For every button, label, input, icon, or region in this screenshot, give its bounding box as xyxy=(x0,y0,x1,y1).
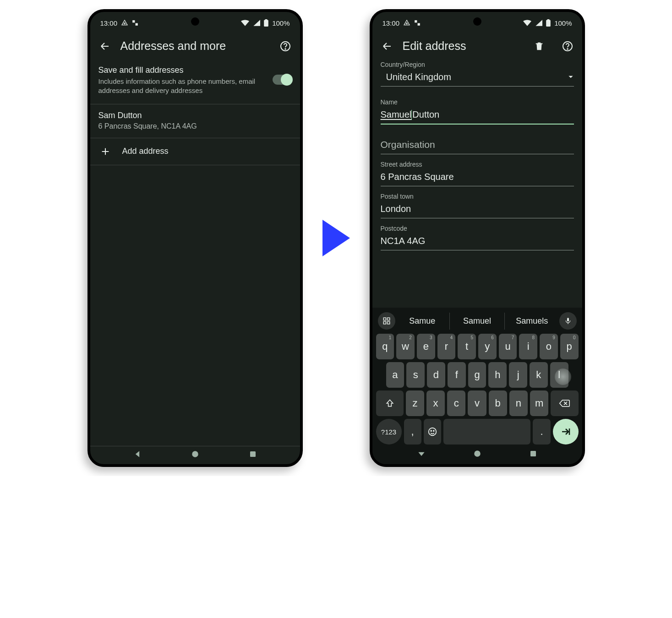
help-button[interactable] xyxy=(561,40,574,53)
key-numbers[interactable]: ?123 xyxy=(376,419,402,445)
country-label: Country/Region xyxy=(381,61,574,68)
key-l[interactable]: l xyxy=(550,362,568,388)
key-emoji[interactable] xyxy=(424,419,441,445)
chevron-down-icon xyxy=(568,72,574,82)
key-k[interactable]: k xyxy=(530,362,548,388)
key-space[interactable] xyxy=(443,419,531,445)
name-field[interactable]: Name Samuel Dutton xyxy=(381,98,574,125)
signal-icon xyxy=(535,20,542,26)
address-entry[interactable]: Sam Dutton 6 Pancras Square, NC1A 4AG xyxy=(90,104,300,138)
phone-left: 13:00 100% Addresses and more Save and f… xyxy=(87,9,303,467)
svg-rect-1 xyxy=(132,20,135,22)
clipboard-button[interactable] xyxy=(378,312,395,330)
key-x[interactable]: x xyxy=(426,390,445,416)
key-o[interactable]: o9 xyxy=(540,334,558,359)
shape-icon xyxy=(403,19,410,27)
key-h[interactable]: h xyxy=(488,362,507,388)
svg-rect-25 xyxy=(530,451,536,456)
svg-rect-19 xyxy=(387,322,389,324)
key-j[interactable]: j xyxy=(509,362,527,388)
svg-rect-3 xyxy=(264,20,268,27)
postcode-field[interactable]: Postcode NC1A 4AG xyxy=(381,225,574,250)
key-backspace[interactable] xyxy=(551,390,578,416)
key-enter[interactable] xyxy=(553,419,579,445)
key-e[interactable]: e3 xyxy=(417,334,435,359)
add-address-row[interactable]: Add address xyxy=(90,138,300,165)
svg-rect-2 xyxy=(136,23,138,26)
town-label: Postal town xyxy=(381,193,574,200)
voice-button[interactable] xyxy=(559,312,577,330)
key-a[interactable]: a xyxy=(386,362,404,388)
key-m[interactable]: m xyxy=(530,390,548,416)
nav-keyboard-hide[interactable] xyxy=(417,449,426,458)
mic-icon xyxy=(564,317,572,325)
suggestion-2[interactable]: Samuel xyxy=(449,313,504,330)
key-c[interactable]: c xyxy=(447,390,465,416)
organisation-field[interactable]: Organisation xyxy=(381,136,574,154)
text-cursor xyxy=(411,110,412,120)
key-s[interactable]: s xyxy=(406,362,425,388)
country-value: United Kingdom xyxy=(386,72,451,82)
country-field[interactable]: Country/Region United Kingdom xyxy=(381,61,574,87)
postcode-label: Postcode xyxy=(381,225,574,232)
svg-rect-10 xyxy=(415,20,417,22)
suggestion-row: Samue Samuel Samuels xyxy=(375,311,579,332)
key-u[interactable]: u7 xyxy=(499,334,517,359)
key-p[interactable]: p0 xyxy=(560,334,579,359)
plus-icon xyxy=(100,146,110,157)
nav-recent[interactable] xyxy=(529,450,537,458)
key-row-4: ?123 , . xyxy=(375,417,579,446)
battery-text: 100% xyxy=(554,19,572,27)
wifi-icon xyxy=(241,20,249,26)
key-shift[interactable] xyxy=(376,390,404,416)
battery-icon xyxy=(546,19,551,27)
key-n[interactable]: n xyxy=(509,390,528,416)
key-y[interactable]: y6 xyxy=(478,334,497,359)
key-z[interactable]: z xyxy=(406,390,424,416)
nav-back[interactable] xyxy=(133,450,142,459)
key-f[interactable]: f xyxy=(448,362,466,388)
phone-right: 13:00 100% Edit address Country/Region U… xyxy=(370,9,585,467)
delete-button[interactable] xyxy=(533,40,546,53)
signal-icon xyxy=(253,20,260,26)
edit-address-form: Country/Region United Kingdom Name Samue… xyxy=(372,59,582,250)
nav-home[interactable] xyxy=(191,450,199,458)
street-value: 6 Pancras Square xyxy=(381,172,454,182)
squares-icon xyxy=(132,20,138,26)
nav-home[interactable] xyxy=(473,450,481,458)
entry-address: 6 Pancras Square, NC1A 4AG xyxy=(98,122,292,130)
street-field[interactable]: Street address 6 Pancras Square xyxy=(381,161,574,186)
back-button[interactable] xyxy=(381,40,393,53)
entry-name: Sam Dutton xyxy=(98,111,292,120)
suggestion-3[interactable]: Samuels xyxy=(504,313,559,330)
back-button[interactable] xyxy=(98,40,111,53)
svg-rect-17 xyxy=(387,318,389,320)
svg-point-22 xyxy=(431,430,432,431)
suggestion-1[interactable]: Samue xyxy=(395,313,450,330)
help-button[interactable] xyxy=(279,40,292,53)
key-d[interactable]: d xyxy=(427,362,445,388)
town-field[interactable]: Postal town London xyxy=(381,193,574,218)
svg-point-15 xyxy=(567,49,568,49)
toggle-switch[interactable] xyxy=(273,75,292,85)
svg-point-7 xyxy=(192,451,199,457)
save-fill-toggle-row[interactable]: Save and fill addresses Includes informa… xyxy=(90,59,300,104)
key-b[interactable]: b xyxy=(489,390,507,416)
key-i[interactable]: i8 xyxy=(519,334,537,359)
nav-recent[interactable] xyxy=(249,450,257,458)
svg-rect-4 xyxy=(265,19,268,20)
street-label: Street address xyxy=(381,161,574,168)
key-w[interactable]: w2 xyxy=(396,334,415,359)
key-t[interactable]: t5 xyxy=(458,334,476,359)
front-camera xyxy=(191,17,199,26)
key-comma[interactable]: , xyxy=(404,419,421,445)
key-g[interactable]: g xyxy=(468,362,486,388)
key-period[interactable]: . xyxy=(533,419,550,445)
key-r[interactable]: r4 xyxy=(437,334,456,359)
key-v[interactable]: v xyxy=(468,390,486,416)
svg-rect-20 xyxy=(567,318,569,321)
key-q[interactable]: q1 xyxy=(376,334,394,359)
status-time: 13:00 xyxy=(100,19,118,27)
front-camera xyxy=(473,17,481,26)
help-icon xyxy=(562,41,573,52)
